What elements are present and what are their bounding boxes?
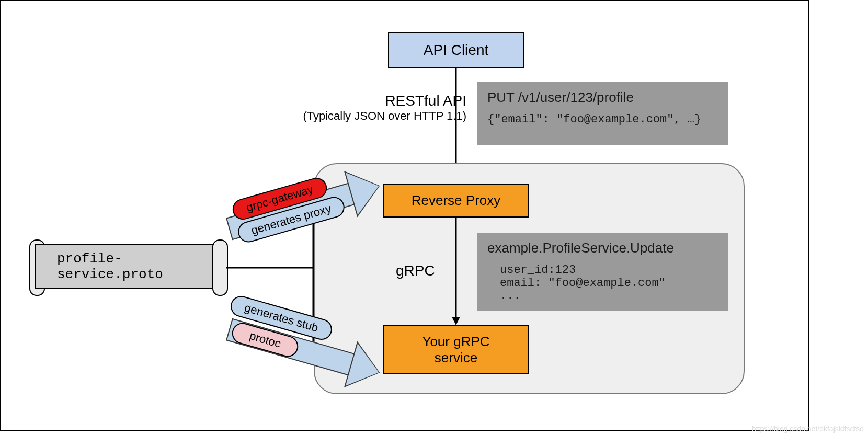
rest-api-title: RESTful API bbox=[247, 93, 466, 109]
arrow-proxy-to-service bbox=[455, 218, 457, 325]
rest-request-snippet: PUT /v1/user/123/profile {"email": "foo@… bbox=[477, 82, 728, 145]
grpc-method: example.ProfileService.Update bbox=[487, 240, 717, 256]
rest-request-body: {"email": "foo@example.com", …} bbox=[487, 113, 717, 126]
proto-filename: profile-service.proto bbox=[57, 251, 217, 282]
rest-api-subtitle: (Typically JSON over HTTP 1.1) bbox=[247, 109, 466, 123]
proto-file: profile-service.proto bbox=[35, 244, 218, 289]
grpc-request-snippet: example.ProfileService.Update user_id:12… bbox=[477, 233, 728, 311]
node-reverse-proxy: Reverse Proxy bbox=[383, 184, 529, 218]
proto-connector-h bbox=[226, 267, 314, 269]
api-client-label: API Client bbox=[424, 42, 489, 59]
grpc-service-label: Your gRPC service bbox=[422, 334, 489, 366]
node-grpc-service: Your gRPC service bbox=[383, 325, 529, 374]
reverse-proxy-label: Reverse Proxy bbox=[412, 192, 501, 209]
grpc-label: gRPC bbox=[396, 262, 435, 279]
node-api-client: API Client bbox=[388, 32, 524, 68]
grpc-body: user_id:123 email: "foo@example.com" ... bbox=[487, 264, 717, 303]
rest-api-label: RESTful API (Typically JSON over HTTP 1.… bbox=[247, 93, 466, 123]
diagram-frame: API Client RESTful API (Typically JSON o… bbox=[0, 0, 809, 431]
rest-request-line: PUT /v1/user/123/profile bbox=[487, 89, 717, 106]
watermark: https://blog.csdn.net/dkfajsldfsdfsd bbox=[752, 425, 864, 433]
